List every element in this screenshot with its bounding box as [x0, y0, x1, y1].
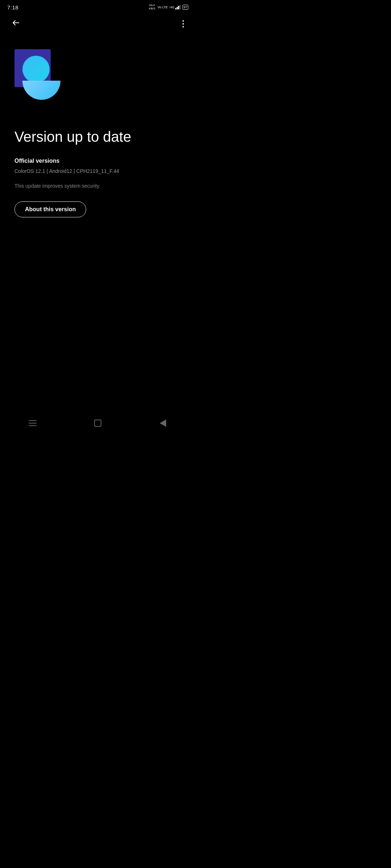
battery-icon: 97	[182, 5, 188, 10]
svg-rect-0	[175, 8, 176, 9]
update-description: This update improves system security.	[14, 182, 181, 190]
triangle-icon	[160, 420, 166, 427]
more-dot	[182, 23, 184, 25]
nav-recents-button[interactable]	[89, 414, 107, 432]
svg-rect-3	[180, 5, 181, 9]
logo-circle	[22, 56, 50, 83]
svg-rect-1	[177, 7, 178, 9]
main-content: Version up to date Official versions Col…	[0, 107, 196, 228]
speed-indicator: 69.0 KB/S	[149, 4, 155, 10]
back-button[interactable]	[9, 16, 23, 32]
network-labels: Vo LTE ↑4G	[157, 5, 181, 9]
official-label: Official versions	[14, 158, 181, 164]
network-vo: Vo	[157, 5, 161, 9]
more-dot	[182, 20, 184, 22]
logo-area	[0, 35, 196, 107]
status-icons: 69.0 KB/S Vo LTE ↑4G 97	[149, 4, 188, 10]
more-options-button[interactable]	[180, 17, 187, 30]
menu-icon	[29, 420, 37, 426]
square-icon	[94, 420, 101, 427]
more-dot	[182, 26, 184, 27]
svg-rect-2	[178, 6, 179, 9]
toolbar	[0, 13, 196, 35]
nav-home-button[interactable]	[24, 414, 42, 432]
battery-level: 97	[184, 5, 187, 9]
logo-half-circle	[22, 81, 60, 100]
version-title: Version up to date	[14, 129, 181, 145]
about-version-button[interactable]: About this version	[14, 201, 86, 217]
signal-icon	[175, 5, 181, 9]
nav-bar	[0, 412, 196, 434]
nav-back-button[interactable]	[154, 414, 172, 432]
logo-graphic	[14, 49, 62, 100]
network-lte: LTE	[162, 5, 168, 9]
status-time: 7:18	[7, 4, 18, 10]
speed-unit: KB/S	[149, 7, 155, 10]
version-details: ColorOS 12.1 | Android12 | CPH2119_11_F.…	[14, 167, 181, 175]
network-4g: ↑4G	[168, 5, 175, 9]
status-bar: 7:18 69.0 KB/S Vo LTE ↑4G 97	[0, 0, 196, 13]
